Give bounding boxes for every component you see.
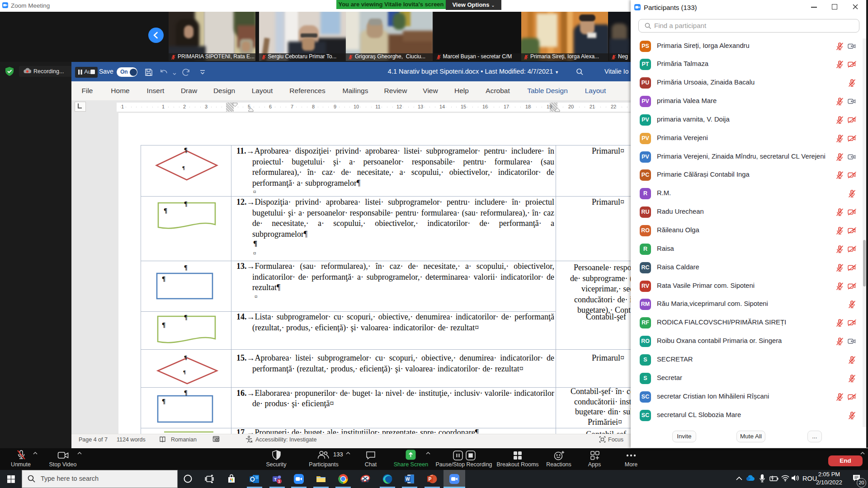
svg-text:T: T xyxy=(274,477,277,482)
svg-text:W: W xyxy=(406,477,410,482)
svg-text:P: P xyxy=(429,477,432,482)
svg-text:1: 1 xyxy=(278,479,280,483)
